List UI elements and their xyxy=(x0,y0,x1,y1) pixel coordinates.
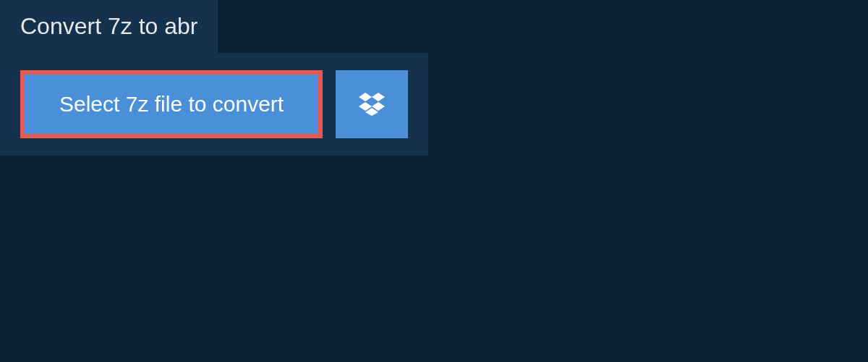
select-file-highlight: Select 7z file to convert xyxy=(20,70,323,138)
upload-panel: Select 7z file to convert xyxy=(0,53,428,156)
tab-title: Convert 7z to abr xyxy=(20,13,197,39)
tab-convert[interactable]: Convert 7z to abr xyxy=(0,0,218,53)
dropbox-button[interactable] xyxy=(336,70,408,138)
dropbox-icon xyxy=(359,93,385,116)
tab-bar: Convert 7z to abr xyxy=(0,0,868,53)
select-file-button[interactable]: Select 7z file to convert xyxy=(25,75,318,134)
select-file-label: Select 7z file to convert xyxy=(59,92,284,116)
